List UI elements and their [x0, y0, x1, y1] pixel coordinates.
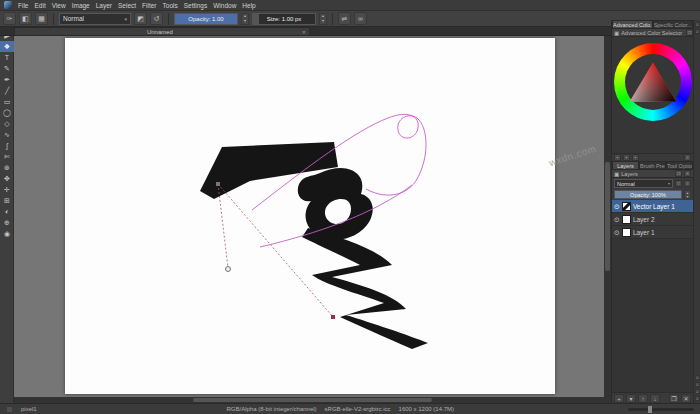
tool-polygon[interactable]: ◇ [0, 118, 14, 129]
tool-move[interactable]: ✛ [0, 184, 14, 195]
filter-layers-icon[interactable]: ▽ [675, 180, 682, 187]
sv-triangle[interactable] [628, 60, 678, 104]
eraser-mode-button[interactable]: ◩ [134, 12, 147, 25]
visibility-eye-icon[interactable]: ⊙ [614, 228, 620, 237]
gradient-chooser-button[interactable]: ◧ [19, 12, 32, 25]
chevron-down-icon: ▾ [668, 181, 670, 186]
layer-thumbnail [622, 215, 631, 224]
color-docker-title: Advanced Color Selector [621, 30, 682, 36]
canvas-area[interactable] [14, 36, 604, 397]
tool-dynamic-brush[interactable]: ⊛ [0, 162, 14, 173]
menu-tools[interactable]: Tools [163, 2, 178, 9]
reload-preset-button[interactable]: ↺ [150, 12, 163, 25]
dock-edge-button[interactable]: ▪ [695, 29, 700, 34]
menu-image[interactable]: Image [72, 2, 90, 9]
blend-mode-combo[interactable]: Normal ▾ [59, 13, 131, 25]
layer-opacity-spinner[interactable]: ▴ ▾ [684, 190, 691, 199]
menu-view[interactable]: View [52, 2, 66, 9]
menu-help[interactable]: Help [242, 2, 255, 9]
visibility-eye-icon[interactable]: ⊙ [614, 202, 620, 211]
settings-icon[interactable]: ≡ [684, 154, 691, 161]
close-docker-icon[interactable]: ✕ [684, 170, 691, 177]
shade-selector-button[interactable]: ▪ [623, 154, 630, 161]
dock-edge-button[interactable]: ▪ [695, 389, 700, 394]
menu-window[interactable]: Window [213, 2, 236, 9]
tool-freehand-brush[interactable]: ✒ [0, 74, 14, 85]
brush-preset-chooser-button[interactable]: ✑ [3, 12, 16, 25]
menu-select[interactable]: Select [118, 2, 136, 9]
mirror-view-button[interactable]: ⇌ [338, 12, 351, 25]
tab-specific-color-selector[interactable]: Specific Color... [653, 20, 694, 29]
layer-opacity-slider[interactable]: Opacity: 100% [614, 190, 682, 199]
tool-line[interactable]: ╱ [0, 85, 14, 96]
layer-row-layer-1[interactable]: ⊙ Layer 1 [612, 226, 693, 239]
layer-blend-mode-combo[interactable]: Normal ▾ [614, 179, 673, 188]
layer-properties-button[interactable]: ❐ [669, 394, 679, 403]
tool-crop[interactable]: ⊞ [0, 195, 14, 206]
vertical-scrollbar[interactable] [604, 36, 611, 397]
layer-row-layer-2[interactable]: ⊙ Layer 2 [612, 213, 693, 226]
tab-brush-presets[interactable]: Brush Presets [639, 161, 666, 170]
add-layer-button[interactable]: + [614, 394, 624, 403]
shade-selector-button[interactable]: ▪ [614, 154, 621, 161]
raise-layer-button[interactable]: ↑ [638, 394, 648, 403]
zoom-slider[interactable] [628, 408, 694, 411]
menu-layer[interactable]: Layer [96, 2, 112, 9]
float-docker-icon[interactable]: ❐ [686, 29, 693, 36]
size-slider[interactable]: Size: 1.00 px [252, 13, 316, 25]
tool-calligraphy[interactable]: ✎ [0, 63, 14, 74]
tab-tool-options[interactable]: Tool Options [666, 161, 693, 170]
document-tab[interactable]: Unnamed ✕ [14, 27, 310, 36]
tool-rectangle[interactable]: ▭ [0, 96, 14, 107]
shade-selector-button[interactable]: ▪ [632, 154, 639, 161]
float-docker-icon[interactable]: ❐ [675, 170, 682, 177]
tool-text[interactable]: T [0, 52, 14, 63]
tool-edit-shapes[interactable]: ❖ [0, 41, 14, 52]
visibility-eye-icon[interactable]: ⊙ [614, 215, 620, 224]
dock-edge-button[interactable]: ▪ [695, 22, 700, 27]
tool-fill[interactable]: ◉ [0, 228, 14, 239]
tool-color-sampler[interactable]: ⊕ [0, 217, 14, 228]
menu-edit[interactable]: Edit [34, 2, 45, 9]
spin-down-icon: ▾ [320, 19, 326, 24]
menu-file[interactable]: File [18, 2, 28, 9]
statusbar-canvas-size: 1600 x 1200 (14.7M) [399, 406, 454, 412]
toolbar-separator [53, 13, 54, 25]
tool-ellipse[interactable]: ◯ [0, 107, 14, 118]
toolbox: ▶ ❖ T ✎ ✒ ╱ ▭ ◯ ◇ ∿ ʃ ✄ ⊛ ✥ ✛ ⊞ ◐ ⊕ ◉ [0, 27, 14, 403]
layers-docker-title: Layers [621, 171, 638, 177]
close-icon[interactable]: ✕ [302, 29, 306, 35]
tool-bezier-curve[interactable]: ʃ [0, 140, 14, 151]
lower-layer-button[interactable]: ↓ [650, 394, 660, 403]
menu-settings[interactable]: Settings [184, 2, 208, 9]
dock-edge-button[interactable]: ▪ [695, 396, 700, 401]
opacity-slider[interactable]: Opacity: 1.00 [174, 13, 238, 25]
advanced-color-selector[interactable] [612, 37, 693, 153]
add-layer-options-button[interactable]: ▾ [626, 394, 636, 403]
horizontal-scrollbar-thumb[interactable] [193, 398, 432, 402]
layer-blend-row: Normal ▾ ▽ ≡ [612, 178, 693, 189]
tool-polyline[interactable]: ∿ [0, 129, 14, 140]
dock-edge-button[interactable]: ▪ [695, 382, 700, 387]
tool-multibrush[interactable]: ✥ [0, 173, 14, 184]
opacity-spinner[interactable]: ▴ ▾ [241, 13, 249, 25]
layer-row-vector-layer-1[interactable]: ⊙ Vector Layer 1 [612, 200, 693, 213]
tab-layers[interactable]: Layers [612, 161, 639, 170]
vertical-scrollbar-thumb[interactable] [605, 162, 610, 270]
hue-ring[interactable] [614, 43, 692, 121]
menu-filter[interactable]: Filter [142, 2, 156, 9]
size-spinner[interactable]: ▴ ▾ [319, 13, 327, 25]
layer-thumbnail [622, 228, 631, 237]
tool-freehand-path[interactable]: ✄ [0, 151, 14, 162]
zoom-slider-thumb[interactable] [648, 406, 652, 413]
layer-view-options-icon[interactable]: ≡ [684, 180, 691, 187]
pattern-chooser-button[interactable]: ▦ [35, 12, 48, 25]
layer-name: Layer 2 [633, 216, 655, 223]
tab-advanced-color-selector[interactable]: Advanced Colo... [612, 20, 653, 29]
bottom-docker-tabs: Layers Brush Presets Tool Options [612, 161, 693, 170]
wrap-around-button[interactable]: ∞ [354, 12, 367, 25]
delete-layer-button[interactable]: ✕ [681, 394, 691, 403]
layer-blend-mode-value: Normal [617, 181, 668, 187]
tool-gradient[interactable]: ◐ [0, 206, 14, 217]
dock-edge-button[interactable]: ▪ [695, 375, 700, 380]
